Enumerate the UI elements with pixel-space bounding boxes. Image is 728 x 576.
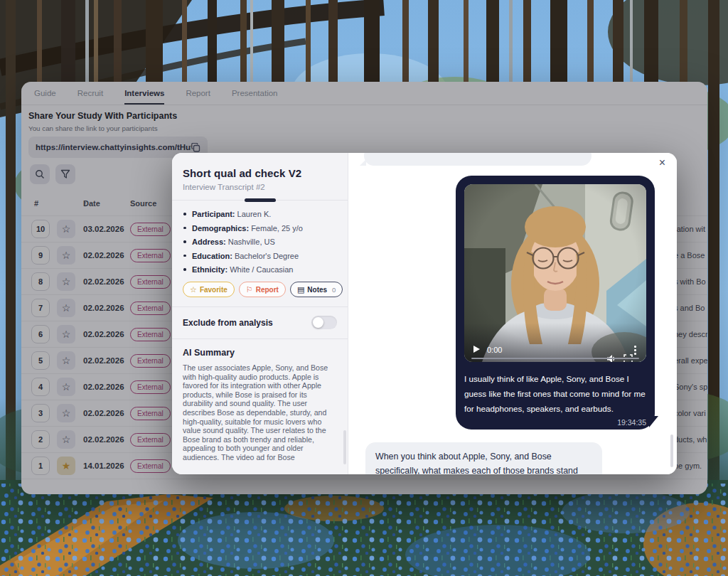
report-button[interactable]: ⚐ Report xyxy=(239,282,286,297)
bubble-tail xyxy=(649,416,658,427)
detail-label: Address: xyxy=(192,238,226,246)
video-time: 0:00 xyxy=(487,346,502,354)
favorite-button[interactable]: ☆ Favorite xyxy=(183,282,235,297)
play-button[interactable] xyxy=(473,346,480,353)
notes-count: 0 xyxy=(332,286,336,294)
star-icon: ☆ xyxy=(190,285,197,294)
panel-scrollbar[interactable] xyxy=(343,430,346,464)
action-chips: ☆ Favorite ⚐ Report ▤ Notes 0 xyxy=(183,282,337,297)
modal-subtitle: Interview Transcript #2 xyxy=(183,183,337,191)
interview-modal: Short qual ad check V2 Interview Transcr… xyxy=(172,153,677,474)
participant-message-text: I usually think of like Apple, Sony, and… xyxy=(464,371,646,416)
exclude-toggle[interactable] xyxy=(311,316,337,329)
divider xyxy=(172,200,348,201)
ai-summary-text: The user associates Apple, Sony, and Bos… xyxy=(183,363,338,462)
video-still-woman-in-car xyxy=(464,184,646,362)
ai-summary-title: AI Summary xyxy=(183,348,337,358)
detail-label: Demographics: xyxy=(192,224,249,233)
detail-value: Lauren K. xyxy=(237,210,272,218)
participant-details-list: Participant: Lauren K.Demographics: Fema… xyxy=(183,210,337,274)
screen: GuideRecruitInterviewsReportPresentation… xyxy=(0,0,728,576)
divider xyxy=(172,338,348,339)
note-icon: ▤ xyxy=(297,285,304,294)
video-menu-button[interactable] xyxy=(634,346,636,355)
close-button[interactable]: × xyxy=(659,157,665,169)
bullet-dot xyxy=(183,227,186,230)
detail-value: Bachelor's Degree xyxy=(235,252,299,260)
exclude-row: Exclude from analysis xyxy=(183,316,337,329)
detail-value: Nashville, US xyxy=(228,238,275,246)
divider xyxy=(172,306,348,307)
bubble-tail xyxy=(360,159,366,166)
interview-details-panel: Short qual ad check V2 Interview Transcr… xyxy=(172,153,348,474)
detail-label: Education: xyxy=(192,252,232,260)
video-player[interactable]: 0:00 xyxy=(464,184,646,362)
drag-handle[interactable] xyxy=(245,198,276,202)
bullet-dot xyxy=(183,268,186,271)
interviewer-message-bubble: When you think about Apple, Sony, and Bo… xyxy=(365,442,602,474)
detail-item: Ethnicity: White / Caucasian xyxy=(183,265,337,274)
detail-item: Address: Nashville, US xyxy=(183,238,337,246)
interviewer-message-text: When you think about Apple, Sony, and Bo… xyxy=(375,452,578,474)
message-timestamp: 19:34:35 xyxy=(464,418,646,427)
previous-message-bubble xyxy=(364,153,592,166)
modal-title: Short qual ad check V2 xyxy=(183,167,337,179)
exclude-label: Exclude from analysis xyxy=(183,318,273,328)
detail-value: Female, 25 y/o xyxy=(251,224,303,233)
detail-item: Demographics: Female, 25 y/o xyxy=(183,224,337,233)
detail-item: Education: Bachelor's Degree xyxy=(183,252,337,260)
video-progress-bar[interactable] xyxy=(471,358,639,360)
detail-label: Ethnicity: xyxy=(192,265,228,274)
detail-value: White / Caucasian xyxy=(230,265,293,274)
chat-scrollbar[interactable] xyxy=(670,434,673,467)
bullet-dot xyxy=(183,240,186,243)
flag-icon: ⚐ xyxy=(246,285,253,294)
notes-button[interactable]: ▤ Notes 0 xyxy=(290,282,343,297)
toggle-knob xyxy=(313,317,323,328)
participant-video-message: 0:00 I usually think xyxy=(456,176,655,430)
transcript-panel: × xyxy=(348,153,677,474)
bullet-dot xyxy=(183,213,186,215)
detail-label: Participant: xyxy=(192,210,235,218)
detail-item: Participant: Lauren K. xyxy=(183,210,337,218)
bullet-dot xyxy=(183,255,186,257)
